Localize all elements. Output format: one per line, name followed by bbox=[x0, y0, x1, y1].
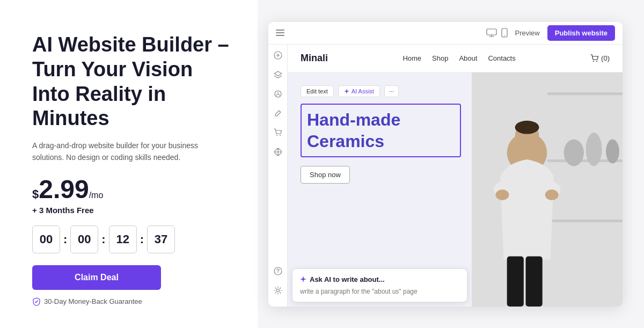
canvas-area: Minali Home Shop About Contacts (0) bbox=[288, 45, 623, 307]
ai-popup: Ask AI to write about... write a paragra… bbox=[292, 268, 467, 302]
desktop-icon[interactable] bbox=[486, 28, 497, 37]
ai-popup-title: Ask AI to write about... bbox=[300, 275, 459, 283]
preview-button[interactable]: Preview bbox=[515, 29, 540, 37]
countdown-sep-1: : bbox=[63, 232, 67, 246]
countdown-minutes: 00 bbox=[70, 225, 98, 253]
svg-point-9 bbox=[277, 272, 278, 273]
price-value: 2.99 bbox=[39, 177, 89, 202]
svg-rect-16 bbox=[547, 220, 623, 222]
ai-popup-input-text[interactable]: write a paragraph for the "about us" pag… bbox=[300, 288, 459, 295]
countdown-sep-2: : bbox=[101, 232, 105, 246]
edit-text-button[interactable]: Edit text bbox=[301, 85, 334, 97]
hero-title-line1: Hand-made bbox=[307, 110, 400, 129]
nav-cart[interactable]: (0) bbox=[590, 54, 610, 62]
ai-assist-label: AI Assist bbox=[352, 88, 374, 94]
price-symbol: $ bbox=[32, 187, 39, 201]
edit-icon[interactable] bbox=[273, 108, 283, 119]
hero-title: Hand-made Ceramics bbox=[307, 109, 455, 152]
svg-point-5 bbox=[277, 92, 279, 93]
hamburger-icon[interactable] bbox=[276, 30, 284, 36]
background-image bbox=[472, 72, 623, 307]
pricing-block: $ 2.99 /mo bbox=[32, 177, 231, 202]
countdown-hours: 00 bbox=[32, 225, 60, 253]
move-icon[interactable] bbox=[273, 147, 283, 157]
subtext: A drag-and-drop website builder for your… bbox=[32, 140, 231, 164]
cart-icon[interactable] bbox=[273, 127, 283, 138]
svg-rect-0 bbox=[487, 29, 496, 35]
svg-rect-26 bbox=[526, 256, 543, 306]
svg-point-11 bbox=[593, 61, 594, 62]
builder-body: Minali Home Shop About Contacts (0) bbox=[268, 45, 623, 307]
more-options-button[interactable]: ··· bbox=[384, 85, 399, 97]
ai-assist-button[interactable]: AI Assist bbox=[338, 85, 380, 97]
nav-link-shop[interactable]: Shop bbox=[432, 54, 448, 62]
tools-bottom bbox=[273, 266, 283, 301]
mobile-icon[interactable] bbox=[501, 28, 508, 38]
svg-point-2 bbox=[504, 35, 505, 37]
topbar-right: Preview Publish website bbox=[486, 25, 616, 41]
builder-window: Preview Publish website bbox=[268, 22, 623, 307]
nav-links: Home Shop About Contacts bbox=[402, 54, 515, 62]
svg-rect-14 bbox=[547, 92, 623, 95]
per-mo-label: /mo bbox=[89, 191, 104, 200]
sparkle-icon bbox=[344, 89, 349, 94]
svg-point-7 bbox=[280, 135, 281, 136]
svg-point-10 bbox=[276, 289, 279, 291]
hero-left: Edit text AI Assist ··· Hand-made bbox=[288, 72, 472, 307]
topbar-left bbox=[276, 30, 284, 36]
countdown-ms: 37 bbox=[147, 225, 175, 253]
hero-illustration bbox=[472, 72, 623, 307]
design-icon[interactable] bbox=[273, 89, 283, 99]
main-headline: AI Website Builder – Turn Your Vision In… bbox=[32, 33, 231, 130]
svg-rect-25 bbox=[507, 256, 524, 306]
hero-title-box: Hand-made Ceramics bbox=[301, 104, 461, 157]
ai-popup-title-text: Ask AI to write about... bbox=[310, 275, 385, 283]
hero-title-line2: Ceramics bbox=[307, 132, 384, 151]
publish-button[interactable]: Publish website bbox=[547, 25, 615, 41]
help-icon[interactable] bbox=[273, 266, 283, 276]
cart-nav-icon bbox=[590, 54, 599, 62]
svg-point-22 bbox=[515, 120, 539, 134]
add-element-icon[interactable] bbox=[273, 50, 283, 61]
shop-now-button[interactable]: Shop now bbox=[301, 166, 350, 184]
countdown-seconds: 12 bbox=[109, 225, 137, 253]
money-back-guarantee: 30-Day Money-Back Guarantee bbox=[32, 297, 231, 306]
ai-popup-sparkle-icon bbox=[300, 276, 306, 282]
website-preview: Minali Home Shop About Contacts (0) bbox=[288, 45, 623, 307]
edit-toolbar: Edit text AI Assist ··· bbox=[301, 85, 461, 97]
nav-link-about[interactable]: About bbox=[459, 54, 477, 62]
free-months-label: + 3 Months Free bbox=[32, 206, 231, 215]
settings-icon[interactable] bbox=[273, 285, 283, 296]
countdown-sep-3: : bbox=[140, 232, 144, 246]
svg-point-24 bbox=[545, 189, 559, 200]
preview-nav: Minali Home Shop About Contacts (0) bbox=[288, 45, 623, 72]
countdown-timer: 00 : 00 : 12 : 37 bbox=[32, 225, 231, 253]
left-panel: AI Website Builder – Turn Your Vision In… bbox=[0, 0, 258, 328]
svg-point-6 bbox=[276, 135, 277, 136]
svg-point-12 bbox=[596, 61, 597, 62]
device-icons bbox=[486, 28, 508, 38]
nav-logo: Minali bbox=[301, 53, 328, 64]
nav-link-contacts[interactable]: Contacts bbox=[488, 54, 515, 62]
claim-deal-button[interactable]: Claim Deal bbox=[32, 265, 161, 290]
builder-topbar: Preview Publish website bbox=[268, 22, 623, 45]
right-panel: Preview Publish website bbox=[258, 0, 644, 328]
svg-point-23 bbox=[496, 189, 509, 200]
shield-icon bbox=[32, 297, 41, 306]
svg-point-19 bbox=[606, 139, 619, 163]
nav-link-home[interactable]: Home bbox=[402, 54, 421, 62]
layers-icon[interactable] bbox=[273, 69, 283, 80]
cart-count: (0) bbox=[601, 54, 610, 62]
tools-sidebar bbox=[268, 45, 288, 307]
svg-point-18 bbox=[586, 133, 602, 166]
hero-right bbox=[472, 72, 623, 307]
hero-section: Edit text AI Assist ··· Hand-made bbox=[288, 72, 623, 307]
money-back-text: 30-Day Money-Back Guarantee bbox=[44, 297, 142, 305]
svg-point-17 bbox=[564, 139, 584, 166]
